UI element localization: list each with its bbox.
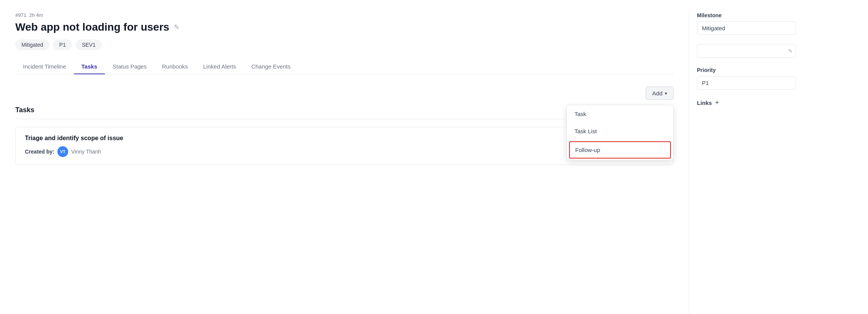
chevron-down-icon: ▾ [665, 91, 667, 96]
badge-sev1[interactable]: SEV1 [76, 39, 102, 50]
tasks-header-row: Add ▾ Task Task List Follow-up [15, 87, 674, 100]
priority-label: Priority [697, 67, 796, 73]
incident-title: Web app not loading for users [15, 21, 169, 33]
add-button[interactable]: Add ▾ [646, 87, 674, 100]
title-edit-icon[interactable]: ✎ [174, 23, 179, 31]
dropdown-item-task[interactable]: Task [567, 105, 673, 123]
incident-id: #971 [15, 12, 26, 18]
links-row: Links + [697, 99, 796, 107]
right-panel: Milestone Mitigated ✎ Priority P1 Links … [689, 12, 811, 314]
tab-change-events[interactable]: Change Events [244, 59, 299, 74]
incident-title-row: Web app not loading for users ✎ [15, 21, 674, 33]
priority-value[interactable]: P1 [697, 76, 796, 90]
tabs-row: Incident Timeline Tasks Status Pages Run… [15, 59, 674, 74]
tab-runbooks[interactable]: Runbooks [154, 59, 196, 74]
links-label: Links [697, 100, 712, 106]
priority-section: Priority P1 [697, 67, 796, 90]
dropdown-item-followup[interactable]: Follow-up [569, 141, 671, 159]
milestone-value[interactable]: Mitigated [697, 21, 796, 35]
creator-avatar: VT [57, 146, 68, 157]
incident-duration: 2h 4m [29, 12, 43, 18]
tab-incident-timeline[interactable]: Incident Timeline [15, 59, 74, 74]
created-by-label: Created by: [25, 149, 54, 155]
add-button-label: Add [652, 90, 662, 96]
task-card-title: Triage and identify scope of issue [25, 135, 123, 142]
milestone-section: Milestone Mitigated [697, 12, 796, 35]
badge-mitigated[interactable]: Mitigated [15, 39, 49, 50]
right-panel-empty-field[interactable]: ✎ [697, 44, 796, 58]
creator-name: Vinny Thanh [71, 149, 101, 155]
tab-linked-alerts[interactable]: Linked Alerts [196, 59, 244, 74]
milestone-label: Milestone [697, 12, 796, 18]
right-panel-edit-icon[interactable]: ✎ [788, 48, 793, 54]
links-section: Links + [697, 99, 796, 107]
tab-status-pages[interactable]: Status Pages [105, 59, 154, 74]
incident-meta: #971 2h 4m [15, 12, 674, 18]
tab-tasks[interactable]: Tasks [74, 59, 105, 74]
add-dropdown: Task Task List Follow-up [566, 105, 674, 160]
dropdown-item-task-list[interactable]: Task List [567, 123, 673, 140]
links-plus-button[interactable]: + [715, 99, 719, 107]
right-panel-empty-section: ✎ [697, 44, 796, 58]
badge-p1[interactable]: P1 [53, 39, 72, 50]
badges-row: Mitigated P1 SEV1 [15, 39, 674, 50]
